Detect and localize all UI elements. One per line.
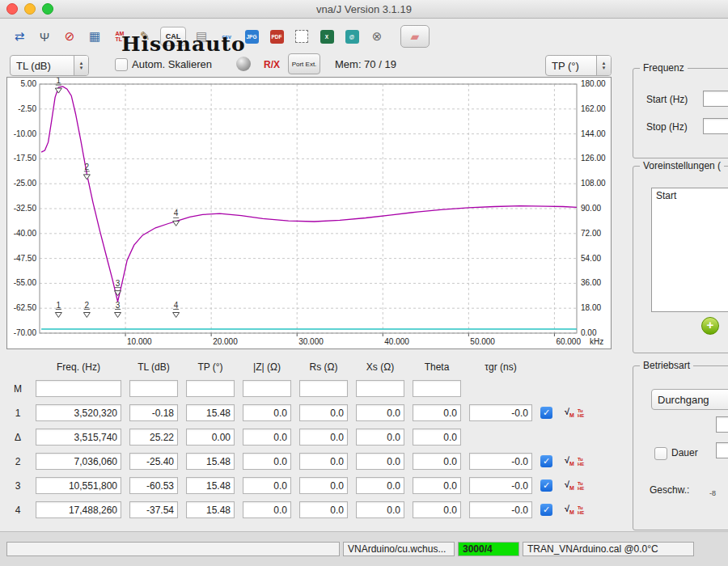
tgr-field[interactable]: -0.0 (469, 501, 532, 518)
tp-field[interactable]: 15.48 (186, 501, 235, 518)
xs-field[interactable]: 0.0 (356, 404, 404, 421)
freq-field[interactable]: 3,520,320 (36, 404, 121, 421)
sqrt-m-marker-icon[interactable]: √M (565, 455, 574, 467)
reconnect-icon[interactable]: ⇄ (10, 27, 29, 45)
jpg-export-icon[interactable]: JPG (242, 27, 261, 45)
tp-field[interactable] (186, 380, 235, 397)
freq-field[interactable]: 10,551,800 (36, 477, 121, 494)
calibration-field[interactable]: TRAN_VNArduino.cal @0.0°C (523, 542, 694, 556)
theta-field[interactable]: 0.0 (413, 404, 461, 421)
tl-field[interactable]: -60.53 (129, 477, 178, 494)
tune-helper-icon[interactable]: Tu HE (578, 505, 584, 515)
rx-toggle-icon[interactable]: R/X (264, 59, 280, 70)
marker-4-label[interactable]: 4 (174, 209, 179, 218)
z-field[interactable]: 0.0 (243, 501, 291, 518)
right-scale-select[interactable]: TP (°) ▲▼ (545, 55, 612, 76)
rs-field[interactable]: 0.0 (299, 501, 348, 518)
z-field[interactable] (243, 380, 291, 397)
z-field[interactable]: 0.0 (243, 453, 291, 470)
tgr-field[interactable]: -0.0 (469, 477, 532, 494)
mode-aux-input[interactable] (716, 416, 728, 433)
wipe-memory-icon[interactable] (236, 57, 251, 71)
autoscale-checkbox[interactable] (115, 58, 128, 71)
antenna-icon[interactable]: Ψ (35, 27, 54, 45)
row-checkbox[interactable]: ✓ (540, 407, 552, 419)
dauer-checkbox[interactable] (654, 447, 667, 460)
marker-2-triangle[interactable] (83, 175, 90, 180)
eraser-icon[interactable]: ▰ (400, 25, 430, 48)
marker-4-label[interactable]: 4 (174, 301, 179, 310)
xls-export-icon[interactable]: X (317, 27, 336, 45)
port-extension-button[interactable]: Port Ext. (288, 53, 320, 74)
tune-helper-icon[interactable]: Tu HE (578, 457, 584, 467)
marker-3-label[interactable]: 3 (116, 279, 121, 288)
marker-3-triangle[interactable] (115, 313, 121, 318)
tl-field[interactable] (129, 380, 178, 397)
tl-field[interactable]: -37.54 (129, 501, 178, 518)
tune-helper-icon[interactable]: Tu HE (578, 408, 584, 418)
pdf-export-icon[interactable]: PDF (267, 27, 286, 45)
marker-1-label[interactable]: 1 (57, 78, 61, 85)
marker-4-triangle[interactable] (173, 221, 180, 226)
stop-freq-input[interactable] (703, 118, 728, 134)
tp-field[interactable]: 0.00 (186, 429, 235, 446)
rs-field[interactable]: 0.0 (299, 429, 348, 446)
z-field[interactable]: 0.0 (243, 404, 291, 421)
csv-export-icon[interactable]: csv (217, 27, 236, 45)
tp-field[interactable]: 15.48 (186, 477, 235, 494)
speed-slider-scale[interactable]: -8 (709, 489, 716, 497)
marker-2-label[interactable]: 2 (85, 301, 90, 310)
marker-4-triangle[interactable] (173, 313, 180, 318)
marker-3-label[interactable]: 3 (116, 301, 121, 310)
tune-helper-icon[interactable]: Tu HE (578, 481, 584, 491)
theta-field[interactable]: 0.0 (413, 501, 461, 518)
mode-select[interactable]: Durchgang ▲▼ (651, 389, 728, 410)
calibration-icon[interactable]: ✎ (135, 27, 154, 45)
tl-field[interactable]: -25.40 (129, 453, 178, 470)
scale-select-icon[interactable]: AM TL (110, 27, 129, 45)
tl-tp-chart[interactable]: 5.00-2.50-10.00-17.50-25.00-32.50-40.00-… (7, 78, 611, 348)
marker-2-triangle[interactable] (83, 313, 90, 318)
presets-list[interactable]: Start (651, 188, 728, 312)
freq-field[interactable]: 7,036,060 (36, 453, 121, 470)
xs-field[interactable]: 0.0 (356, 477, 404, 494)
single-sweep-icon[interactable]: ⊘ (60, 27, 79, 45)
freq-field[interactable] (36, 380, 121, 397)
theta-field[interactable] (413, 380, 461, 397)
z-field[interactable]: 0.0 (243, 429, 291, 446)
row-checkbox[interactable]: ✓ (540, 504, 552, 516)
row-checkbox[interactable]: ✓ (540, 479, 552, 492)
rs-field[interactable]: 0.0 (299, 404, 348, 421)
tl-field[interactable]: -0.18 (129, 404, 178, 421)
sqrt-m-marker-icon[interactable]: √M (565, 407, 574, 418)
marker-1-triangle[interactable] (55, 313, 61, 318)
marker-1-label[interactable]: 1 (57, 301, 61, 310)
sqrt-m-marker-icon[interactable]: √M (565, 504, 574, 515)
rs-field[interactable] (299, 380, 348, 397)
xs-field[interactable]: 0.0 (356, 429, 404, 446)
theta-field[interactable]: 0.0 (413, 429, 461, 446)
xs-field[interactable]: 0.0 (356, 501, 404, 518)
theta-field[interactable]: 0.0 (413, 477, 461, 494)
left-scale-select[interactable]: TL (dB) ▲▼ (10, 55, 89, 76)
rs-field[interactable]: 0.0 (299, 453, 348, 470)
tp-field[interactable]: 15.48 (186, 404, 235, 421)
sqrt-m-marker-icon[interactable]: √M (565, 479, 574, 491)
freq-field[interactable]: 3,515,740 (36, 429, 121, 446)
tgr-field[interactable]: -0.0 (469, 404, 532, 421)
dauer-aux-input[interactable] (716, 442, 728, 458)
preset-item[interactable]: Start (652, 188, 728, 203)
frequency-table-icon[interactable]: ▦ (85, 27, 104, 45)
z-field[interactable]: 0.0 (243, 477, 291, 494)
tl-field[interactable]: 25.22 (129, 429, 178, 446)
xs-field[interactable] (356, 380, 404, 397)
xs-field[interactable]: 0.0 (356, 453, 404, 470)
cal-button[interactable]: CAL (160, 27, 186, 46)
tgr-field[interactable]: -0.0 (469, 453, 532, 470)
theta-field[interactable]: 0.0 (413, 453, 461, 470)
tp-field[interactable]: 15.48 (186, 453, 235, 470)
zoom-reset-icon[interactable]: ⊗ (367, 27, 387, 45)
row-checkbox[interactable]: ✓ (540, 455, 552, 467)
start-freq-input[interactable] (703, 91, 728, 107)
snapshot-icon[interactable] (292, 27, 311, 45)
